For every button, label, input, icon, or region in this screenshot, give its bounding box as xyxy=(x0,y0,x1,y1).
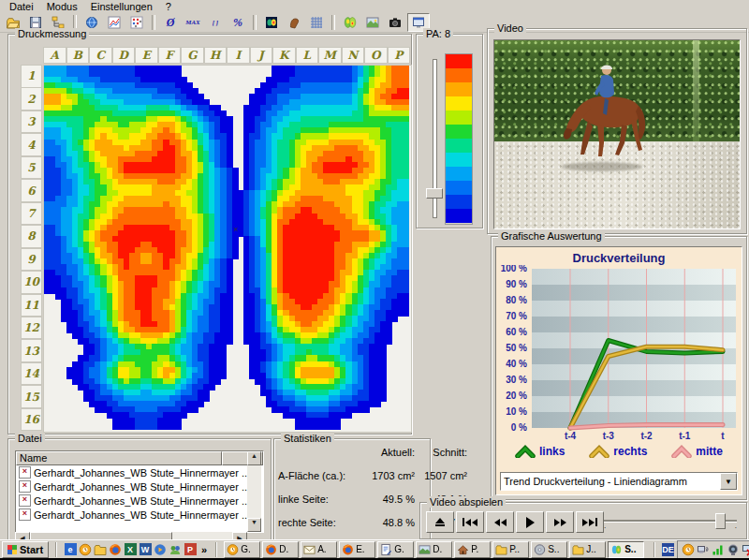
saddle-icon[interactable] xyxy=(284,14,304,31)
skip-back-button[interactable] xyxy=(456,511,484,533)
row-header-11[interactable]: 11 xyxy=(21,294,42,317)
row-header-6[interactable]: 6 xyxy=(21,179,42,202)
task-button-folder[interactable]: J.. xyxy=(569,541,606,558)
task-button-disc[interactable]: S.. xyxy=(531,541,567,558)
tray-clock-icon[interactable] xyxy=(682,543,695,556)
tray-neterror-icon[interactable] xyxy=(742,543,749,556)
quicklaunch-word-icon[interactable]: W xyxy=(139,543,152,556)
eject-button[interactable] xyxy=(426,511,454,533)
dropdown-arrow-icon[interactable]: ▼ xyxy=(720,473,737,490)
row-header-10[interactable]: 10 xyxy=(21,271,42,294)
video-panel-title: Video xyxy=(494,22,526,34)
quicklaunch-powerpoint-icon[interactable]: P xyxy=(184,543,197,556)
task-button-clock[interactable]: G. xyxy=(224,541,260,558)
task-button-mail[interactable]: A. xyxy=(301,541,337,558)
menu-bar: DateiModusEinstellungen? xyxy=(0,0,749,13)
task-button-folder[interactable]: P.. xyxy=(492,541,529,558)
file-row[interactable]: ×Gerhardt_Johannes_WB Stute_Hinnermayer … xyxy=(16,508,263,522)
menu-item-modus[interactable]: Modus xyxy=(41,1,83,13)
column-header-F[interactable]: F xyxy=(158,47,182,64)
pa-slider-thumb[interactable] xyxy=(426,188,443,199)
tray-webcam-icon[interactable] xyxy=(727,543,740,556)
brackets-icon[interactable]: [ ] xyxy=(205,14,226,31)
column-header-O[interactable]: O xyxy=(364,47,388,64)
chart-type-dropdown[interactable]: Trend Druckverteilung - Liniendiagramm ▼ xyxy=(500,472,738,491)
file-row[interactable]: ×Gerhardt_Johannes_WB Stute_Hinnermayer … xyxy=(16,479,263,494)
column-header-K[interactable]: K xyxy=(272,47,296,64)
file-row[interactable]: ×Gerhardt_Johannes_WB Stute_Hinnermayer … xyxy=(16,494,263,508)
tray-signal-icon[interactable] xyxy=(712,543,725,556)
row-header-12[interactable]: 12 xyxy=(21,317,42,340)
task-button-image[interactable]: D. xyxy=(416,541,452,558)
video-slider-thumb[interactable] xyxy=(715,513,726,529)
column-header-B[interactable]: B xyxy=(66,47,90,64)
task-button-firefox[interactable]: D. xyxy=(262,541,299,558)
menu-item-datei[interactable]: Datei xyxy=(4,1,39,13)
image-icon[interactable] xyxy=(362,14,383,31)
start-button[interactable]: Start xyxy=(2,541,49,558)
column-header-G[interactable]: G xyxy=(181,47,204,64)
row-header-8[interactable]: 8 xyxy=(21,225,42,248)
play-button[interactable] xyxy=(516,511,544,533)
row-header-3[interactable]: 3 xyxy=(21,111,42,134)
butterfly-map-icon[interactable] xyxy=(340,14,360,31)
row-header-16[interactable]: 16 xyxy=(21,408,42,432)
menu-item-einstellungen[interactable]: Einstellungen xyxy=(85,1,158,13)
column-header-C[interactable]: C xyxy=(89,47,112,64)
row-header-4[interactable]: 4 xyxy=(21,133,42,156)
average-icon[interactable]: Ø xyxy=(160,14,181,31)
quicklaunch-firefox-icon[interactable] xyxy=(109,543,122,556)
column-header-N[interactable]: N xyxy=(342,47,365,64)
row-header-7[interactable]: 7 xyxy=(21,202,42,226)
quicklaunch-mediaplayer-icon[interactable] xyxy=(154,543,167,556)
matrix-dots-icon[interactable] xyxy=(126,14,147,31)
column-header-D[interactable]: D xyxy=(112,47,136,64)
column-header-A[interactable]: A xyxy=(43,47,66,64)
task-button-firefox[interactable]: E. xyxy=(339,541,375,558)
task-button-heatmini[interactable]: S.. xyxy=(608,541,644,558)
row-header-5[interactable]: 5 xyxy=(21,156,42,180)
max-icon[interactable]: MAX xyxy=(183,14,203,31)
column-header-L[interactable]: L xyxy=(296,47,319,64)
row-header-15[interactable]: 15 xyxy=(21,385,42,408)
grid-icon[interactable] xyxy=(306,14,327,31)
menu-item-help[interactable]: ? xyxy=(160,1,177,13)
file-row[interactable]: ×Gerhardt_Johannes_WB Stute_Hinnermayer … xyxy=(16,465,263,479)
task-button-home[interactable]: P. xyxy=(454,541,491,558)
video-panel: Video xyxy=(487,28,747,234)
language-indicator[interactable]: DE xyxy=(662,543,674,556)
column-header-I[interactable]: I xyxy=(227,47,250,64)
column-header-P[interactable]: P xyxy=(388,47,411,64)
camera-icon[interactable] xyxy=(385,14,405,31)
chart-icon[interactable] xyxy=(104,14,125,31)
skip-forward-button[interactable] xyxy=(576,511,604,533)
name-column-header[interactable]: Name xyxy=(16,451,222,465)
scroll-up-icon[interactable]: ▲ xyxy=(247,451,261,465)
column-header-H[interactable]: H xyxy=(204,47,228,64)
video-slider[interactable]: . . xyxy=(604,520,737,523)
v-scrollbar[interactable]: ▲ ▼ xyxy=(247,451,261,530)
tray-volume-icon[interactable] xyxy=(697,543,710,556)
pressure-dark-icon[interactable] xyxy=(261,14,282,31)
column-header-J[interactable]: J xyxy=(250,47,273,64)
scroll-down-icon[interactable]: ▼ xyxy=(247,518,261,532)
quick-launch-overflow[interactable]: » xyxy=(199,544,209,555)
task-button-doc[interactable]: G. xyxy=(377,541,414,558)
row-header-14[interactable]: 14 xyxy=(21,362,42,386)
rewind-button[interactable] xyxy=(486,511,514,533)
row-header-2[interactable]: 2 xyxy=(21,87,42,111)
quicklaunch-excel-icon[interactable]: X xyxy=(124,543,137,556)
image-icon xyxy=(419,543,431,555)
column-header-M[interactable]: M xyxy=(318,47,342,64)
fast-forward-button[interactable] xyxy=(546,511,574,533)
quicklaunch-ie-icon[interactable]: e xyxy=(64,543,77,556)
row-header-9[interactable]: 9 xyxy=(21,248,42,272)
scale-color-band xyxy=(446,153,472,167)
row-header-13[interactable]: 13 xyxy=(21,339,42,362)
column-header-E[interactable]: E xyxy=(135,47,158,64)
quicklaunch-clock-icon[interactable] xyxy=(79,543,92,556)
quicklaunch-folder-icon[interactable] xyxy=(94,543,107,556)
percent-icon[interactable]: % xyxy=(228,14,248,31)
quicklaunch-messenger-icon[interactable] xyxy=(169,543,182,556)
row-header-1[interactable]: 1 xyxy=(21,65,42,88)
